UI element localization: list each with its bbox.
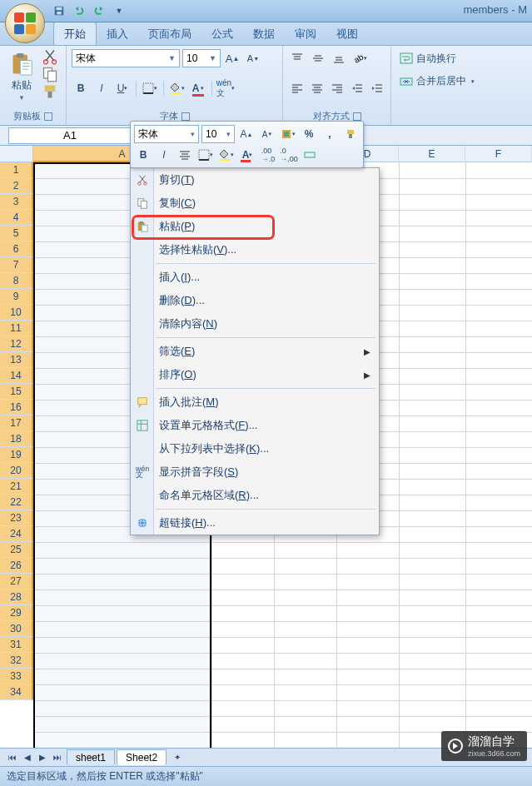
- align-dialog-launcher[interactable]: [353, 112, 361, 121]
- row-header-25[interactable]: 25: [0, 542, 33, 558]
- column-header-E[interactable]: E: [399, 146, 465, 162]
- row-header-7[interactable]: 7: [0, 257, 33, 273]
- format-painter-button[interactable]: [42, 84, 58, 99]
- menu-item-清除内容[interactable]: 清除内容(N): [131, 312, 379, 336]
- row-header-3[interactable]: 3: [0, 194, 33, 210]
- copy-button[interactable]: [42, 67, 58, 82]
- row-header-21[interactable]: 21: [0, 479, 33, 495]
- mini-merge[interactable]: [301, 146, 319, 164]
- row-header-34[interactable]: 34: [0, 684, 33, 700]
- menu-item-排序[interactable]: 排序(O)▶: [131, 363, 379, 386]
- phonetic-button[interactable]: wén文▾: [216, 79, 235, 97]
- font-name-combo[interactable]: 宋体▼: [72, 49, 180, 67]
- column-header-F[interactable]: F: [465, 146, 532, 162]
- last-sheet-button[interactable]: ⏭: [50, 750, 65, 765]
- menu-item-设置单元格格式[interactable]: 设置单元格格式(F)...: [131, 414, 379, 437]
- menu-item-显示拼音字段[interactable]: wén文显示拼音字段(S): [131, 460, 379, 484]
- tab-页面布局[interactable]: 页面布局: [138, 22, 201, 45]
- first-sheet-button[interactable]: ⏮: [5, 750, 20, 765]
- align-right-button[interactable]: [328, 79, 346, 97]
- italic-button[interactable]: I: [92, 79, 111, 97]
- row-header-14[interactable]: 14: [0, 368, 33, 384]
- row-header-23[interactable]: 23: [0, 510, 33, 526]
- mini-grow-font[interactable]: A▲: [237, 125, 256, 143]
- mini-dec-decimal[interactable]: .0→.00: [280, 146, 298, 164]
- align-top-button[interactable]: [288, 49, 306, 67]
- align-left-button[interactable]: [288, 79, 306, 97]
- mini-bold[interactable]: B: [134, 146, 152, 164]
- row-header-12[interactable]: 12: [0, 336, 33, 352]
- next-sheet-button[interactable]: ▶: [35, 750, 50, 765]
- mini-comma-button[interactable]: ,: [321, 125, 339, 143]
- redo-button[interactable]: [90, 2, 108, 20]
- menu-item-插入[interactable]: 插入(I)...: [131, 266, 379, 289]
- prev-sheet-button[interactable]: ◀: [20, 750, 35, 765]
- menu-item-超链接[interactable]: 超链接(H)...: [131, 511, 379, 535]
- spreadsheet-grid[interactable]: ABCDEF 123456789101112131415161718192021…: [0, 146, 532, 754]
- orientation-button[interactable]: ab▾: [351, 49, 369, 67]
- save-button[interactable]: [50, 2, 68, 20]
- clipboard-dialog-launcher[interactable]: [44, 112, 52, 121]
- row-header-11[interactable]: 11: [0, 321, 33, 336]
- undo-button[interactable]: [70, 2, 88, 20]
- align-center-button[interactable]: [308, 79, 326, 97]
- row-header-6[interactable]: 6: [0, 241, 33, 257]
- row-header-32[interactable]: 32: [0, 653, 33, 669]
- merge-center-button[interactable]: 合并后居中▾: [396, 72, 495, 91]
- mini-center[interactable]: [176, 146, 194, 164]
- mini-italic[interactable]: I: [155, 146, 173, 164]
- mini-percent-button[interactable]: %: [300, 125, 318, 143]
- tab-插入[interactable]: 插入: [97, 22, 138, 45]
- row-header-9[interactable]: 9: [0, 289, 33, 305]
- align-middle-button[interactable]: [309, 49, 327, 67]
- cut-button[interactable]: [42, 49, 58, 64]
- menu-item-插入批注[interactable]: 插入批注(M): [131, 391, 379, 414]
- font-dialog-launcher[interactable]: [181, 112, 190, 121]
- row-header-29[interactable]: 29: [0, 605, 33, 621]
- menu-item-剪切[interactable]: 剪切(T): [131, 168, 379, 192]
- tab-数据[interactable]: 数据: [243, 22, 285, 45]
- row-header-4[interactable]: 4: [0, 210, 33, 226]
- row-header-1[interactable]: 1: [0, 162, 33, 178]
- mini-format-painter[interactable]: [341, 125, 360, 143]
- row-header-33[interactable]: 33: [0, 669, 33, 684]
- mini-style-button[interactable]: ▾: [279, 125, 297, 143]
- mini-font-combo[interactable]: 宋体▾: [134, 125, 199, 143]
- increase-indent-button[interactable]: [368, 79, 385, 97]
- mini-size-combo[interactable]: 10▾: [201, 125, 235, 143]
- tab-视图[interactable]: 视图: [326, 22, 368, 45]
- row-header-19[interactable]: 19: [0, 447, 33, 463]
- menu-item-选择性粘贴[interactable]: 选择性粘贴(V)...: [131, 238, 379, 261]
- row-header-8[interactable]: 8: [0, 273, 33, 289]
- tab-审阅[interactable]: 审阅: [285, 22, 326, 45]
- fill-color-button[interactable]: ▾: [168, 79, 186, 97]
- qat-dropdown[interactable]: ▼: [110, 2, 128, 20]
- row-header-28[interactable]: 28: [0, 590, 33, 605]
- row-header-17[interactable]: 17: [0, 415, 33, 431]
- row-header-24[interactable]: 24: [0, 526, 33, 542]
- wrap-text-button[interactable]: 自动换行: [396, 49, 495, 67]
- font-color-button[interactable]: A▾: [189, 79, 207, 97]
- sheet-tab-sheet1[interactable]: sheet1: [67, 749, 115, 765]
- office-button[interactable]: [5, 3, 45, 43]
- bold-button[interactable]: B: [72, 79, 90, 97]
- row-header-10[interactable]: 10: [0, 305, 33, 321]
- underline-button[interactable]: U▾: [113, 79, 132, 97]
- row-header-20[interactable]: 20: [0, 463, 33, 479]
- name-box[interactable]: A1: [8, 127, 132, 144]
- tab-公式[interactable]: 公式: [201, 22, 243, 45]
- row-header-31[interactable]: 31: [0, 637, 33, 653]
- mini-fill[interactable]: ▾: [217, 146, 236, 164]
- row-header-18[interactable]: 18: [0, 431, 33, 447]
- sheet-tab-Sheet2[interactable]: Sheet2: [117, 749, 167, 765]
- new-sheet-button[interactable]: ✦: [170, 750, 185, 765]
- row-header-16[interactable]: 16: [0, 400, 33, 415]
- mini-font-color[interactable]: A▾: [238, 146, 256, 164]
- menu-item-删除[interactable]: 删除(D)...: [131, 289, 379, 312]
- menu-item-复制[interactable]: 复制(C): [131, 192, 379, 215]
- row-header-30[interactable]: 30: [0, 621, 33, 637]
- increase-font-button[interactable]: A▲: [223, 49, 241, 67]
- row-header-2[interactable]: 2: [0, 178, 33, 194]
- mini-inc-decimal[interactable]: .00→.0: [259, 146, 277, 164]
- menu-item-筛选[interactable]: 筛选(E)▶: [131, 340, 379, 363]
